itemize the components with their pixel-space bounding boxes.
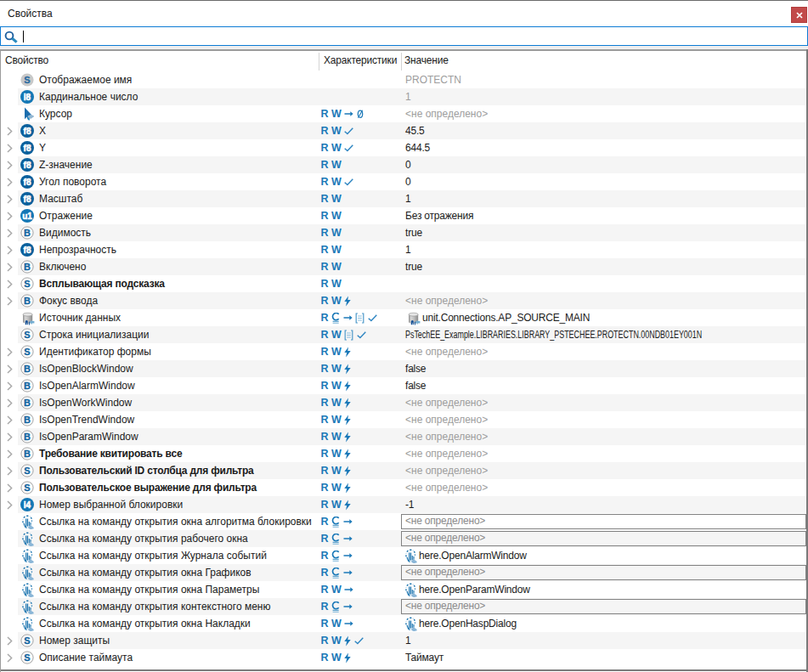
svg-text:S: S	[24, 652, 30, 663]
svg-text:f8: f8	[24, 195, 31, 204]
svg-text:B: B	[24, 415, 31, 425]
svg-text:B: B	[24, 381, 31, 391]
svg-text:i4: i4	[24, 500, 31, 510]
svg-text:B: B	[24, 228, 31, 238]
svg-text:f8: f8	[24, 178, 31, 187]
svg-text:B: B	[24, 296, 31, 306]
svg-text:S: S	[24, 466, 30, 476]
svg-text:S: S	[24, 330, 30, 340]
svg-text:S: S	[24, 635, 30, 646]
svg-text:f8: f8	[24, 161, 31, 170]
svg-text:B: B	[24, 364, 31, 374]
svg-text:B: B	[24, 432, 31, 442]
svg-text:i8: i8	[24, 93, 31, 102]
svg-text:S: S	[24, 347, 30, 357]
svg-text:f8: f8	[24, 246, 31, 255]
svg-text:f8: f8	[24, 144, 31, 153]
svg-text:S: S	[24, 483, 30, 493]
svg-text:B: B	[24, 398, 31, 408]
svg-text:S: S	[24, 75, 30, 85]
svg-text:B: B	[24, 262, 31, 272]
svg-text:f8: f8	[24, 127, 31, 136]
svg-text:u1: u1	[22, 212, 32, 221]
svg-text:B: B	[24, 449, 31, 459]
svg-text:S: S	[24, 279, 30, 289]
